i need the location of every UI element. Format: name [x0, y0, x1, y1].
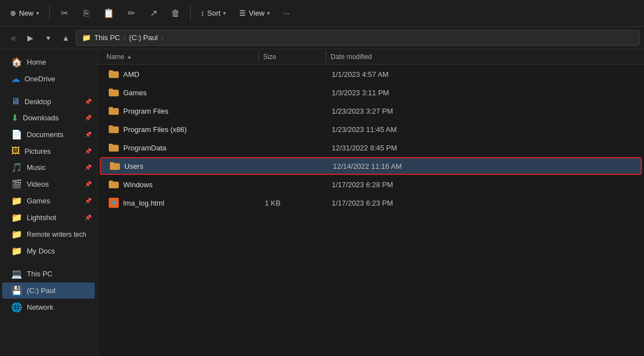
sidebar-item-label: Games [27, 197, 50, 205]
new-chevron-icon: ▾ [36, 10, 39, 16]
sidebar-item-label: (C:) Paul [27, 286, 55, 295]
cdrive-icon: 💾 [11, 285, 22, 296]
cut-button[interactable]: ✂ [54, 3, 74, 23]
pin-icon: 📌 [85, 99, 91, 105]
file-name-cell: Users [105, 162, 262, 170]
thispc-icon: 💻 [11, 269, 22, 279]
sidebar-gap-2 [0, 260, 97, 265]
sidebar-item-label: Pictures [25, 147, 51, 155]
sidebar-item-lightshot[interactable]: 📁 Lightshot 📌 [2, 209, 95, 226]
new-button[interactable]: ⊕ New ▾ [4, 6, 45, 21]
folder-icon [110, 162, 120, 170]
up-button[interactable]: ▲ [58, 30, 74, 46]
sidebar-item-home[interactable]: 🏠 Home [2, 54, 95, 70]
forward-button[interactable]: ▶ [22, 30, 38, 46]
videos-icon: 🎬 [11, 179, 22, 189]
sidebar-item-desktop[interactable]: 🖥 Desktop 📌 [2, 94, 95, 109]
breadcrumb-thispc: This PC [94, 33, 120, 42]
table-row[interactable]: Program Files (x86) 1/23/2023 11:45 AM [100, 120, 642, 138]
sidebar-gap-1 [0, 87, 97, 93]
desktop-icon: 🖥 [11, 96, 20, 106]
view-chevron-icon: ▾ [267, 10, 270, 16]
sort-icon: ↕ [201, 9, 205, 17]
dropdown-button[interactable]: ▾ [40, 30, 56, 46]
sidebar-item-label: Videos [27, 180, 49, 188]
sidebar-item-label: Documents [27, 130, 64, 139]
sidebar-item-mydocs[interactable]: 📁 My Docs [2, 243, 95, 259]
sidebar-item-label: My Docs [27, 247, 55, 255]
file-date-cell: 1/23/2023 11:45 AM [327, 125, 637, 134]
folder-icon [109, 144, 119, 152]
sidebar-item-music[interactable]: 🎵 Music 📌 [2, 159, 95, 175]
sort-button[interactable]: ↕ Sort ▾ [195, 6, 231, 21]
sidebar-item-network[interactable]: 🌐 Network [2, 299, 95, 315]
file-name-cell: Program Files (x86) [104, 125, 260, 134]
sidebar-item-pictures[interactable]: 🖼 Pictures 📌 [2, 143, 95, 159]
sidebar-item-games[interactable]: 📁 Games 📌 [2, 193, 95, 209]
remote-folder-icon: 📁 [11, 229, 22, 240]
file-name-cell: Games [104, 89, 260, 97]
pin-icon: 📌 [85, 115, 91, 121]
copy-button[interactable]: ⎘ [76, 3, 96, 23]
table-row[interactable]: ProgramData 12/31/2022 8:45 PM [100, 139, 642, 157]
sidebar-item-label: Desktop [25, 97, 51, 106]
pin-icon: 📌 [85, 164, 91, 170]
file-name: AMD [123, 70, 139, 79]
file-name-cell: Program Files [104, 107, 260, 115]
folder-icon [109, 89, 119, 96]
view-label: View [249, 9, 264, 17]
table-row[interactable]: Users 12/14/2022 11:16 AM [100, 157, 642, 175]
onedrive-icon: ☁ [11, 74, 20, 84]
new-icon: ⊕ [10, 9, 16, 17]
sidebar-item-cpaul[interactable]: 💾 (C:) Paul [2, 282, 95, 299]
file-name-cell: 🌐 lma_log.html [104, 198, 260, 208]
file-name: Users [124, 162, 143, 170]
paste-button[interactable]: 📋 [99, 3, 119, 23]
file-name: Program Files [123, 107, 168, 115]
sidebar-item-thispc[interactable]: 💻 This PC [2, 266, 95, 282]
file-name: Windows [123, 181, 153, 189]
sidebar-item-label: This PC [27, 270, 52, 278]
share-button[interactable]: ↗ [143, 3, 163, 23]
addressbar[interactable]: 📁 This PC › (C:) Paul › [76, 30, 640, 46]
more-label: ··· [283, 9, 289, 17]
back-button[interactable]: ◀ [4, 30, 20, 46]
sidebar-item-downloads[interactable]: ⬇ Downloads 📌 [2, 110, 95, 126]
sidebar-item-onedrive[interactable]: ☁ OneDrive [2, 71, 95, 87]
addressbar-folder-icon: 📁 [82, 33, 91, 42]
sidebar-item-label: OneDrive [25, 75, 55, 83]
file-date-cell: 12/14/2022 11:16 AM [328, 162, 636, 170]
file-name: lma_log.html [123, 199, 164, 207]
sort-arrow-icon: ▲ [127, 53, 132, 60]
breadcrumb-sep-2: › [161, 33, 163, 42]
table-row[interactable]: AMD 1/1/2023 4:57 AM [100, 65, 642, 83]
table-row[interactable]: 🌐 lma_log.html 1 KB 1/17/2023 6:23 PM [100, 194, 642, 212]
file-date-cell: 1/23/2023 3:27 PM [327, 107, 637, 115]
sidebar-item-label: Lightshot [27, 213, 56, 222]
folder-icon [109, 181, 119, 188]
sidebar-item-label: Downloads [23, 114, 59, 122]
file-name-cell: Windows [104, 181, 260, 189]
table-row[interactable]: Program Files 1/23/2023 3:27 PM [100, 102, 642, 120]
documents-icon: 📄 [11, 129, 22, 140]
sidebar-item-videos[interactable]: 🎬 Videos 📌 [2, 176, 95, 192]
toolbar: ⊕ New ▾ ✂ ⎘ 📋 ✏ ↗ 🗑 ↕ Sort ▾ ☰ View ▾ ··… [0, 0, 644, 27]
file-date-cell: 1/17/2023 6:28 PM [327, 181, 637, 189]
lightshot-icon: 📁 [11, 212, 22, 223]
delete-button[interactable]: 🗑 [166, 3, 186, 23]
view-button[interactable]: ☰ View ▾ [234, 6, 275, 21]
table-row[interactable]: Windows 1/17/2023 6:28 PM [100, 175, 642, 193]
table-row[interactable]: Games 1/3/2023 3:11 PM [100, 84, 642, 101]
file-name-cell: AMD [104, 70, 260, 79]
main-area: 🏠 Home ☁ OneDrive 🖥 Desktop 📌 ⬇ Download… [0, 49, 644, 356]
pin-icon: 📌 [85, 131, 91, 138]
sidebar-item-documents[interactable]: 📄 Documents 📌 [2, 126, 95, 143]
col-header-date: Date modified [326, 53, 640, 61]
more-button[interactable]: ··· [278, 6, 295, 21]
rename-button[interactable]: ✏ [121, 3, 141, 23]
network-icon: 🌐 [11, 302, 22, 313]
sidebar-item-remote-writers[interactable]: 📁 Remote writers tech [2, 226, 95, 242]
file-date-cell: 1/3/2023 3:11 PM [327, 89, 637, 97]
filelist-header: Name ▲ Size Date modified [98, 49, 644, 65]
col-header-name: Name ▲ [102, 53, 258, 61]
